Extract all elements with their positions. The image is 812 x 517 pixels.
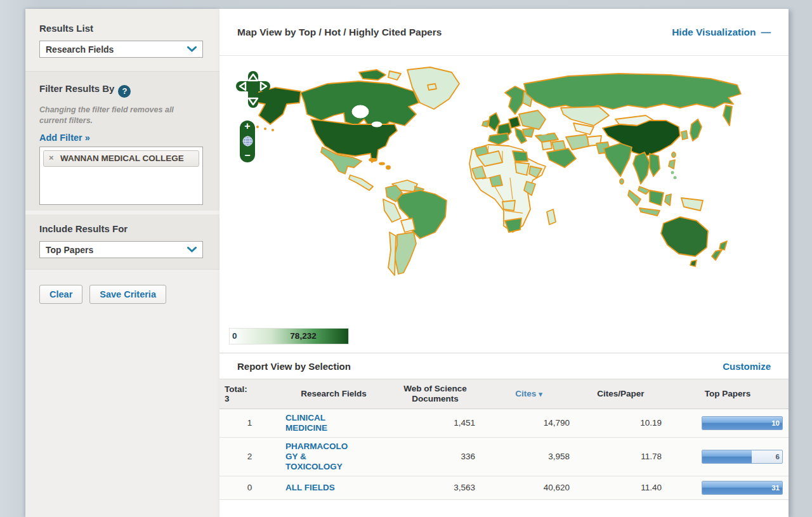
- results-list-dropdown-value: Research Fields: [46, 44, 114, 55]
- map-zoom-control: + −: [240, 121, 255, 162]
- country-saudi-arabia: [547, 148, 576, 167]
- research-field-link[interactable]: CLINICAL MEDICINE: [285, 413, 353, 433]
- sort-descending-icon: ▾: [539, 390, 542, 398]
- country-madagascar: [547, 209, 556, 225]
- customize-link[interactable]: Customize: [723, 361, 771, 372]
- country-australia: [661, 217, 708, 256]
- country-chile: [388, 232, 396, 275]
- column-header-research-fields[interactable]: Research Fields: [280, 389, 388, 399]
- filter-note: Changing the filter field removes all cu…: [39, 105, 185, 126]
- filter-results-heading: Filter Results By?: [39, 83, 206, 98]
- country-indonesia: [650, 190, 664, 206]
- table-header-row: Total: 3 Research Fields Web of Science …: [219, 379, 789, 409]
- top-papers-value: 6: [776, 453, 780, 461]
- filter-tag: × WANNAN MEDICAL COLLEGE: [43, 150, 199, 167]
- legend-min-value: 0: [232, 331, 237, 341]
- cites-paper-cell: 10.19: [575, 418, 667, 428]
- add-filter-link[interactable]: Add Filter »: [39, 133, 90, 143]
- results-list-section: Results List Research Fields: [25, 9, 219, 71]
- country-new-guinea: [681, 198, 703, 211]
- country-south-africa: [505, 218, 521, 232]
- country-philippines: [669, 160, 675, 169]
- world-map[interactable]: [226, 66, 752, 285]
- wos-documents-cell: 1,451: [388, 418, 483, 428]
- country-usa: [311, 119, 397, 162]
- help-icon[interactable]: ?: [118, 85, 131, 98]
- main-panel: Map View by Top / Hot / Highly Cited Pap…: [219, 9, 789, 517]
- rank-cell: 2: [219, 452, 280, 461]
- table-row: 1 CLINICAL MEDICINE 1,451 14,790 10.19 1…: [219, 409, 789, 438]
- country-korea: [681, 131, 688, 140]
- map-view-title: Map View by Top / Hot / Highly Cited Pap…: [237, 27, 442, 38]
- cites-cell: 3,958: [483, 452, 575, 461]
- country-vietnam: [650, 154, 660, 176]
- include-results-heading: Include Results For: [39, 223, 206, 234]
- map-view-header: Map View by Top / Hot / Highly Cited Pap…: [219, 9, 789, 56]
- rank-cell: 0: [219, 483, 280, 492]
- column-header-top-papers[interactable]: Top Papers: [667, 389, 789, 399]
- country-kazakhstan: [561, 107, 609, 126]
- save-criteria-button[interactable]: Save Criteria: [89, 285, 166, 304]
- country-argentina: [395, 232, 416, 274]
- table-row: 0 ALL FIELDS 3,563 40,620 11.40 31: [219, 476, 789, 500]
- chevron-down-icon: [187, 46, 197, 52]
- country-turkey: [535, 133, 558, 142]
- sidebar-actions: Clear Save Criteria: [25, 269, 219, 319]
- zoom-in-button[interactable]: +: [244, 122, 250, 131]
- top-papers-bar: 6: [702, 450, 783, 464]
- country-new-zealand: [719, 241, 727, 250]
- table-row: 2 PHARMACOLOGY & TOXICOLOGY 336 3,958 11…: [219, 438, 789, 476]
- country-russia: [524, 74, 741, 110]
- country-iceland: [428, 84, 436, 90]
- remove-filter-icon[interactable]: ×: [49, 154, 54, 163]
- report-view-header: Report View by Selection Customize: [219, 353, 789, 379]
- top-papers-bar: 31: [702, 481, 783, 495]
- country-nigeria: [490, 175, 502, 187]
- results-list-heading: Results List: [39, 23, 206, 34]
- top-papers-value: 31: [771, 484, 780, 492]
- include-results-section: Include Results For Top Papers: [25, 214, 219, 269]
- results-list-dropdown[interactable]: Research Fields: [39, 41, 203, 58]
- column-header-cites[interactable]: Cites ▾: [483, 389, 575, 399]
- country-egypt: [513, 151, 528, 161]
- map-view-area: + − 0 78,232: [219, 56, 789, 353]
- country-spain: [488, 133, 509, 145]
- rank-cell: 1: [219, 418, 280, 428]
- country-germany: [509, 117, 520, 128]
- country-japan: [690, 119, 702, 141]
- map-legend: 0 78,232: [229, 328, 349, 344]
- wos-documents-cell: 3,563: [388, 483, 483, 492]
- country-india: [604, 143, 632, 176]
- include-results-dropdown[interactable]: Top Papers: [39, 241, 203, 258]
- map-pan-control[interactable]: [236, 71, 270, 108]
- cites-cell: 40,620: [483, 483, 575, 492]
- cites-cell: 14,790: [483, 418, 575, 428]
- filters-sidebar: Results List Research Fields Filter Resu…: [25, 9, 219, 517]
- report-view-title: Report View by Selection: [237, 361, 351, 372]
- country-iran: [566, 134, 590, 150]
- column-header-cites-paper[interactable]: Cites/Paper: [575, 389, 667, 399]
- filter-results-section: Filter Results By? Changing the filter f…: [25, 71, 219, 211]
- zoom-out-button[interactable]: −: [244, 151, 250, 160]
- cites-paper-cell: 11.40: [575, 483, 667, 492]
- clear-button[interactable]: Clear: [39, 285, 82, 304]
- active-filters-listbox: × WANNAN MEDICAL COLLEGE: [39, 147, 203, 205]
- cites-paper-cell: 11.78: [575, 452, 667, 461]
- chevron-down-icon: [187, 247, 197, 252]
- minus-icon: —: [761, 27, 771, 37]
- globe-icon[interactable]: [242, 136, 253, 147]
- top-papers-value: 10: [771, 419, 780, 427]
- filter-tag-label: WANNAN MEDICAL COLLEGE: [60, 154, 184, 163]
- research-field-link[interactable]: ALL FIELDS: [285, 483, 353, 493]
- research-field-link[interactable]: PHARMACOLOGY & TOXICOLOGY: [285, 442, 353, 472]
- legend-max-value: 78,232: [290, 331, 316, 341]
- include-results-dropdown-value: Top Papers: [46, 245, 93, 255]
- wos-documents-cell: 336: [388, 452, 483, 461]
- column-header-wos-documents[interactable]: Web of Science Documents: [388, 384, 483, 404]
- column-header-total: Total: 3: [219, 384, 280, 403]
- top-papers-bar: 10: [702, 416, 783, 430]
- hide-visualization-link[interactable]: Hide Visualization—: [672, 27, 771, 38]
- country-scandinavia: [505, 86, 525, 114]
